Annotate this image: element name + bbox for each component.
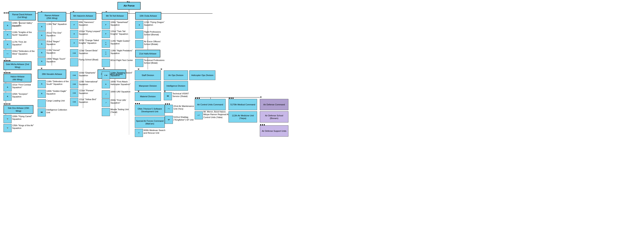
sde-dov-label: Sde Dov Airbase (15th Wing) [5,107,32,112]
ramat-david-airbase[interactable]: Ramat David Airbase(1st Wing) [9,11,36,20]
ovda-label: 10th Ovda Airbase [140,14,157,17]
unit-119[interactable]: A [38,23,46,31]
sdot-micha-airbase[interactable]: Sdot Micha Airbase (2nd Wing) [4,61,32,70]
unit-118[interactable]: CH [102,49,110,57]
unit-115[interactable]: ✦ [135,21,143,29]
sde-dov-airbase[interactable]: Sde Dov Airbase (15th Wing) [4,105,34,114]
unit-140[interactable]: A [38,90,46,98]
air-def-school[interactable]: Air Defense School (Bisnam) [260,111,288,122]
unit-200-label: 200th "First UAV Squadron" [110,99,134,104]
unit-122[interactable]: C M [70,89,78,97]
heli-ops-div[interactable]: Helicopter Ops Division [189,70,215,80]
hatzerim-airbase[interactable]: 6th Hatzerim Airbase [70,12,96,20]
n5170-label: 5170th Medical Command [230,103,255,106]
unit-107[interactable]: A [70,39,78,47]
unit-110-label: 110th "Knights of the North" Squadron [12,31,35,36]
unit-106[interactable]: F [102,21,110,29]
hatzor-label: Hatzor Airbase(4th Wing) [10,75,24,81]
unit-tech-prof[interactable] [135,59,143,67]
unit-103[interactable]: C M [70,71,78,79]
regional-ac-icon[interactable]: A T [195,111,203,119]
ovda-airbase[interactable]: 10th Ovda Airbase [135,12,161,20]
air-ctrl-cmd[interactable]: Air Control Units Command [195,99,226,110]
root-cross: ✕● [126,0,130,3]
unit-115-label: 115th "Flying Dragon" Squadron [144,21,167,26]
unit-107-label: 107th "Orange-Tailed Knights" Squadron [79,39,101,44]
unit-117-label: 117th "First Jet Squadron" [12,40,35,46]
connector-lines [0,0,644,244]
unit-flying-school[interactable] [70,58,78,66]
unit-601-label: 601st Flight Test Center [110,59,133,61]
intel-div[interactable]: Intelligence Division [164,81,188,91]
unit-601[interactable] [102,59,110,67]
air-def-cmd[interactable]: Air Defense Command [260,99,288,110]
unit-102[interactable]: A [70,30,78,38]
heli-ops-label: Helicopter Ops Division [191,74,213,77]
ramon-airbase[interactable]: Ramon Airbase(25th Wing) [38,12,66,22]
intel-div-label: Intelligence Division [166,84,185,87]
unit-116-label: 116th "Defenders of the South" Squadron [46,80,70,86]
tech-visint[interactable]: MI [164,92,172,100]
unit-100[interactable]: 🦅 [4,115,12,123]
unit-160[interactable]: A [102,80,110,88]
hatzor-airbase[interactable]: Hatzor Airbase(4th Wing) [4,74,32,82]
ofek-label: Ofek ("Horizon") Software Development Un… [136,107,164,113]
ramat-david-label: Ramat David Airbase(1st Wing) [12,13,32,19]
telnof-airbase[interactable]: 8th Tel Nof Airbase [102,12,128,20]
unit-69-label: 69th "Hammers" Squadron [79,21,101,26]
staff-div-label: Staff Division [142,74,154,77]
unit-114[interactable]: CH [102,39,110,48]
medevac-unit[interactable]: H [135,129,143,137]
unit-200[interactable]: ↗ [102,99,110,107]
unit-tech-prof-label: Technical Professions School (Bislat) [144,59,167,64]
materiel-div[interactable]: Materiel Division [135,92,161,101]
unit-113[interactable]: A [38,49,46,57]
unit-af-officers[interactable] [135,40,143,48]
unit-124-label: 124th "Rotating Sword" Squadron [110,71,134,77]
haifa-airbase[interactable]: 21st Haifa Airbase [135,50,160,57]
unit-intel-coll[interactable]: MI [38,108,46,116]
unit-102-label: 102nd "Flying Leopard" Squadron [79,30,101,35]
unit-22[interactable]: ↗↙ [165,105,173,113]
unit-105[interactable]: A [4,93,12,101]
unit-101[interactable]: A [4,83,12,91]
unit-253[interactable]: A [38,40,46,48]
ofek-unit[interactable]: Ofek ("Horizon") Software Development Un… [135,105,165,116]
unit-201[interactable]: A [38,31,46,39]
unit-166[interactable]: ↗ [102,90,110,98]
unit-190[interactable]: A [38,57,46,66]
air-ops-div[interactable]: Air Ops Division [164,70,188,80]
unit-114-label: 114th "Night Guides" Squadron [110,39,133,45]
nevatim-airbase[interactable]: 28th Nevatim Airbase [38,69,66,79]
unit-5101[interactable]: SF [165,116,173,124]
unit-cargo[interactable] [38,99,46,107]
unit-133[interactable]: F [102,30,110,38]
unit-116[interactable]: A [38,80,46,88]
manpower-div[interactable]: Manpower Division [135,81,161,91]
hatzerim-label: 6th Hatzerim Airbase [73,14,93,17]
unit-69[interactable]: F [70,21,78,29]
staff-div[interactable]: Staff Division [135,70,161,80]
n5170-cmd[interactable]: 5170th Medical Command [228,99,257,110]
n112-unit[interactable]: 112th Air Medicine Unit (Yarpa) [228,111,257,122]
unit-intel-coll-label: Intelligence Collection Unit [46,108,68,114]
unit-131[interactable]: C M [70,98,78,106]
haifa-label: 21st Haifa Airbase [139,52,156,55]
special-af[interactable]: Special Air Forces Command (Mak'am) [135,117,165,128]
unit-103-label: 103rd "Elephants" Squadron [79,71,101,77]
air-def-support[interactable]: Air Defense Support Units [260,125,288,137]
unit-124[interactable]: C M [102,71,110,79]
unit-missile[interactable] [102,108,110,116]
unit-120-label: 120th "International" Squadron [79,80,101,86]
unit-flight-prof[interactable] [135,30,143,38]
telnof-label: 8th Tel Nof Airbase [106,14,124,17]
unit-193[interactable]: ↗↙ [4,50,12,58]
unit-135[interactable]: 🦅 [4,124,12,132]
unit-105-label: 105th "Scorpion" Squadron [12,93,35,98]
unit-117[interactable]: A [4,40,12,49]
unit-120[interactable]: C M [70,80,78,88]
unit-123[interactable]: C M [70,49,78,57]
unit-109[interactable]: A [4,22,12,30]
unit-110[interactable]: A [4,31,12,39]
hq-cross: ✕ [138,68,140,71]
